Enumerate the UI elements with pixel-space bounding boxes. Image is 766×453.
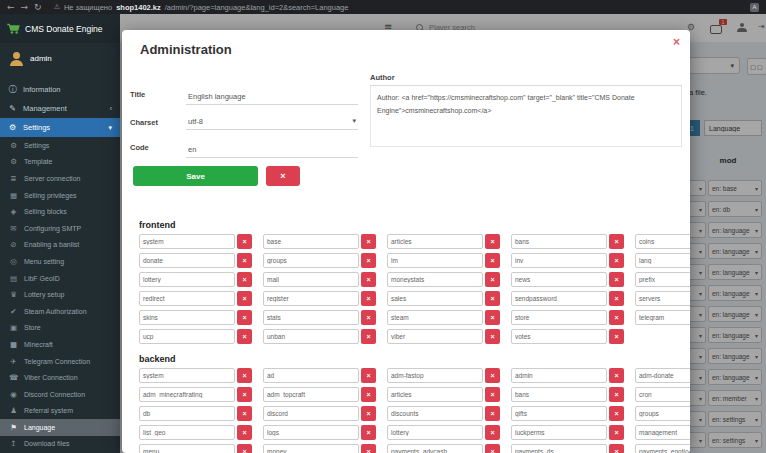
delete-file-button[interactable]: × [485,310,500,325]
delete-file-button[interactable]: × [237,329,252,344]
delete-file-button[interactable]: × [485,425,500,440]
sidebar-item[interactable]: ⓘ Information [0,80,120,99]
submenu-item[interactable]: ✈ Telegram Connection [0,353,120,370]
file-name-input[interactable] [263,272,359,287]
delete-file-button[interactable]: × [485,387,500,402]
delete-file-button[interactable]: × [237,387,252,402]
delete-file-button[interactable]: × [237,291,252,306]
file-name-input[interactable] [263,368,359,383]
file-name-input[interactable] [511,291,607,306]
file-name-input[interactable] [635,234,690,249]
file-name-input[interactable] [635,253,690,268]
file-name-input[interactable] [387,406,483,421]
delete-file-button[interactable]: × [237,253,252,268]
file-name-input[interactable] [139,444,235,453]
file-name-input[interactable] [511,387,607,402]
file-name-input[interactable] [139,329,235,344]
delete-file-button[interactable]: × [361,425,376,440]
delete-file-button[interactable]: × [485,272,500,287]
user-panel[interactable]: admin [0,43,120,72]
submenu-item[interactable]: ✉ Configuring SMTP [0,220,120,237]
address-bar[interactable]: ⚠ Не защищено shop1402.kz /admin/?page=l… [54,3,349,12]
delete-file-button[interactable]: × [361,253,376,268]
code-input[interactable] [186,142,358,158]
back-icon[interactable]: ← [7,3,15,12]
file-name-input[interactable] [387,291,483,306]
submenu-item[interactable]: ⚑ Language [0,419,120,436]
charset-select[interactable]: utf-8 ▾ [186,113,358,130]
delete-file-button[interactable]: × [237,310,252,325]
file-name-input[interactable] [511,444,607,453]
delete-file-button[interactable]: × [485,444,500,453]
file-name-input[interactable] [139,387,235,402]
delete-file-button[interactable]: × [485,406,500,421]
submenu-item[interactable]: ⚙ Template [0,154,120,171]
delete-file-button[interactable]: × [361,310,376,325]
title-input[interactable] [186,89,358,105]
delete-file-button[interactable]: × [361,272,376,287]
delete-file-button[interactable]: × [237,368,252,383]
delete-file-button[interactable]: × [609,444,624,453]
submenu-item[interactable]: ☎ Viber Connection [0,369,120,386]
submenu-item[interactable]: ▦ Selling privileges [0,187,120,204]
delete-file-button[interactable]: × [237,425,252,440]
file-name-input[interactable] [511,368,607,383]
submenu-item[interactable]: ◉ Discord Connection [0,386,120,403]
file-name-input[interactable] [635,444,690,453]
delete-file-button[interactable]: × [237,234,252,249]
submenu-item[interactable]: ▤ LibF GeoID [0,270,120,287]
delete-file-button[interactable]: × [361,368,376,383]
file-name-input[interactable] [387,272,483,287]
sidebar-item[interactable]: ✎ Management ‹ [0,99,120,118]
file-name-input[interactable] [139,291,235,306]
delete-file-button[interactable]: × [485,329,500,344]
submenu-item[interactable]: ♟ Referral system [0,403,120,420]
file-name-input[interactable] [387,253,483,268]
file-name-input[interactable] [635,310,690,325]
file-name-input[interactable] [139,234,235,249]
file-name-input[interactable] [511,272,607,287]
delete-file-button[interactable]: × [609,406,624,421]
file-name-input[interactable] [387,329,483,344]
delete-file-button[interactable]: × [609,425,624,440]
delete-file-button[interactable]: × [361,234,376,249]
close-icon[interactable]: × [673,36,680,48]
file-name-input[interactable] [511,253,607,268]
author-textarea[interactable]: Author: <a href="https://cmsminecraftsho… [370,85,682,147]
delete-file-button[interactable]: × [361,329,376,344]
file-name-input[interactable] [139,310,235,325]
file-name-input[interactable] [635,387,690,402]
file-name-input[interactable] [387,425,483,440]
submenu-item[interactable]: ≣ Server connection [0,170,120,187]
delete-file-button[interactable]: × [609,368,624,383]
submenu-item[interactable]: ◈ Selling blocks [0,203,120,220]
submenu-item[interactable]: ◎ Menu setting [0,253,120,270]
file-name-input[interactable] [139,406,235,421]
delete-file-button[interactable]: × [361,387,376,402]
file-name-input[interactable] [263,253,359,268]
file-name-input[interactable] [387,234,483,249]
file-name-input[interactable] [635,272,690,287]
file-name-input[interactable] [635,406,690,421]
file-name-input[interactable] [387,444,483,453]
delete-file-button[interactable]: × [485,368,500,383]
reload-icon[interactable]: ↻ [34,3,42,12]
file-name-input[interactable] [387,387,483,402]
file-name-input[interactable] [263,425,359,440]
file-name-input[interactable] [139,425,235,440]
file-name-input[interactable] [139,253,235,268]
submenu-item[interactable]: ▣ Store [0,320,120,337]
file-name-input[interactable] [511,406,607,421]
file-name-input[interactable] [263,387,359,402]
forward-icon[interactable]: → [21,3,29,12]
file-name-input[interactable] [635,425,690,440]
file-name-input[interactable] [635,291,690,306]
file-name-input[interactable] [387,310,483,325]
delete-file-button[interactable]: × [609,234,624,249]
delete-file-button[interactable]: × [485,253,500,268]
delete-file-button[interactable]: × [609,387,624,402]
submenu-item[interactable]: ⚙ Settings [0,137,120,154]
delete-file-button[interactable]: × [361,444,376,453]
app-logo[interactable]: CMS Donate Engine [0,14,120,43]
save-button[interactable]: Save [133,166,258,186]
